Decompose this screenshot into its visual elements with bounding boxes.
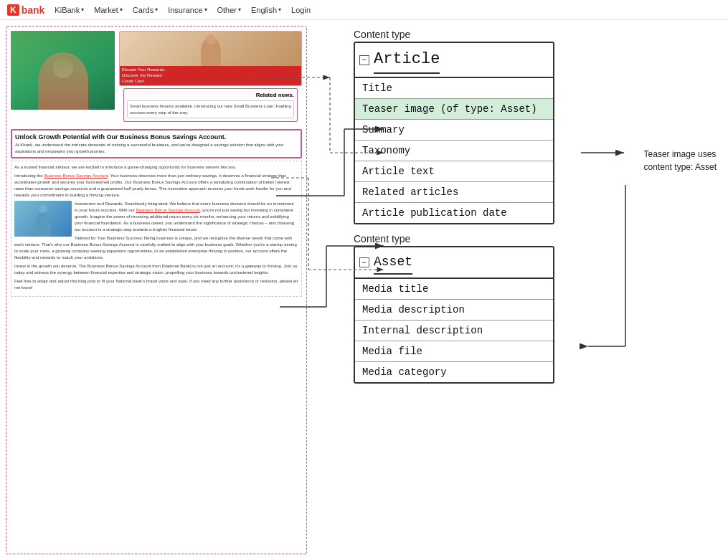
featured-right: Elevate Your Rewards: Discover the Rewar… (119, 31, 302, 125)
chevron-icon: ▾ (81, 6, 84, 13)
asset-collapse-icon[interactable]: − (359, 257, 369, 267)
logo-k-badge: K (7, 4, 19, 16)
arrows-connector (307, 26, 346, 554)
asset-title-row: − Asset (355, 247, 553, 279)
ct-field-media-file: Media file (355, 341, 553, 362)
headline-title: Unlock Growth Potential with Our Busines… (15, 133, 298, 141)
asset-ct-box: − Asset Media title Media description In… (354, 246, 554, 384)
article-para5: Invest in the growth you deserve. The Bu… (14, 263, 298, 276)
article-inline-image (14, 201, 72, 237)
ct-field-article-text: Article text (355, 161, 553, 182)
ct-field-media-title: Media title (355, 279, 553, 300)
nav-item-insurance[interactable]: Insurance ▾ (168, 6, 207, 14)
logo[interactable]: K bank (7, 4, 44, 16)
main-area: Featured news. (0, 20, 728, 560)
ct-field-related-articles: Related articles (355, 182, 553, 203)
asset-content-type-section: Content type − Asset Media title Media d… (354, 233, 722, 384)
nav-item-english[interactable]: English ▾ (251, 6, 281, 14)
right-panel: Content type − Article Title Teaser imag… (346, 26, 722, 554)
article-body: As a trusted financial advisor, we are e… (11, 161, 302, 297)
related-label: Related news. (127, 92, 294, 98)
featured-section: Featured news. (6, 27, 306, 128)
article-ct-box: − Article Title Teaser image (of type: A… (354, 42, 554, 224)
website-mockup: Featured news. (6, 26, 307, 554)
article-content-type-section: Content type − Article Title Teaser imag… (354, 29, 722, 224)
ct-field-title: Title (355, 78, 553, 99)
ct-field-media-category: Media category (355, 362, 553, 382)
article-para6: Feel free to adapt and adjust this blog … (14, 278, 298, 291)
nav-item-login[interactable]: Login (291, 6, 311, 14)
related-news-section: Related news. Small business finance ava… (123, 88, 298, 122)
article-para2: Introducing the Business Bonus Savings A… (14, 173, 298, 199)
article-section-label: Content type (354, 29, 722, 40)
featured-small-card: Elevate Your Rewards: Discover the Rewar… (119, 31, 302, 86)
chevron-icon: ▾ (120, 6, 123, 13)
collapse-icon[interactable]: − (359, 55, 369, 65)
chevron-icon: ▾ (278, 6, 281, 13)
card-overlay: Elevate Your Rewards: Discover the Rewar… (120, 66, 301, 85)
ct-field-taxonomy: Taxonomy (355, 141, 553, 161)
asset-section-label: Content type (354, 233, 722, 245)
ct-field-teaser-image: Teaser image (of type: Asset) (355, 99, 553, 120)
asset-ct-title: Asset (374, 250, 412, 275)
chevron-icon: ▾ (238, 6, 241, 13)
ct-field-media-description: Media description (355, 300, 553, 321)
main-article-image (11, 31, 115, 110)
small-card-image (120, 32, 301, 66)
logo-text: bank (22, 4, 45, 16)
chevron-icon: ▾ (155, 6, 158, 13)
related-card: Small business finance available. Introd… (127, 100, 294, 118)
article-para4: Tailored for Your Business Success: Bein… (14, 235, 298, 261)
ct-field-pub-date: Article publication date (355, 203, 553, 223)
annotation-teaser: Teaser image uses content type: Asset (644, 148, 717, 174)
nav-item-other[interactable]: Other ▾ (217, 6, 242, 14)
top-nav: K bank KiBank ▾ Market ▾ Cards ▾ Insuran… (0, 0, 728, 20)
article-para1: As a trusted financial advisor, we are e… (14, 164, 298, 171)
nav-item-kibank[interactable]: KiBank ▾ (55, 6, 84, 14)
nav-item-cards[interactable]: Cards ▾ (133, 6, 158, 14)
article-title-row: − Article (355, 43, 553, 78)
nav-item-market[interactable]: Market ▾ (94, 6, 123, 14)
ct-field-internal-description: Internal description (355, 321, 553, 341)
chevron-icon: ▾ (204, 6, 207, 13)
article-ct-title: Article (374, 46, 440, 74)
headline-body: At Kbank, we understand the intricate de… (15, 142, 298, 154)
ct-field-summary: Summary (355, 120, 553, 141)
headline-section: Unlock Growth Potential with Our Busines… (11, 129, 302, 158)
